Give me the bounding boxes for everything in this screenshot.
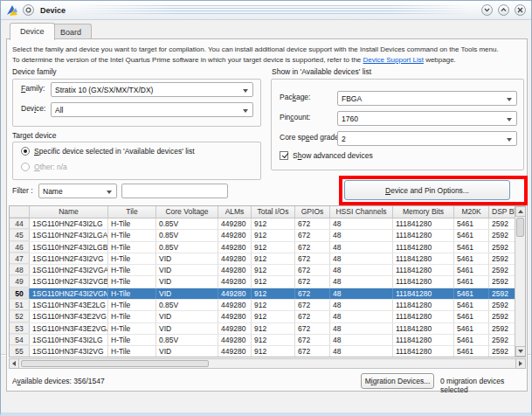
chevron-down-icon — [243, 89, 248, 93]
column-header[interactable]: Core Voltage — [156, 206, 218, 218]
arrow-right-icon — [519, 361, 522, 366]
filter-label: Filter : — [12, 186, 33, 195]
package-label: Package: — [280, 93, 310, 101]
table-row[interactable]: 541SG110HN3F43I2LGH-Tile0.85V44928091267… — [10, 335, 525, 346]
device-family-group-title: Device family — [12, 67, 57, 76]
scroll-left-button[interactable] — [9, 358, 19, 369]
table-row[interactable]: 471SG110HN2F43I2VGH-TileVID4492809126724… — [10, 253, 525, 265]
column-header[interactable]: Memory Bits — [393, 206, 454, 218]
column-header[interactable]: Total I/Os — [252, 206, 295, 218]
target-device-group-title: Target device — [12, 131, 57, 140]
chevron-down-icon — [507, 138, 512, 142]
specific-device-radio[interactable]: Specific device selected in 'Available d… — [21, 147, 195, 156]
table-row[interactable]: 511SG110HN3F43E2LGH-Tile0.85V44928091267… — [10, 300, 525, 311]
chevron-down-icon — [243, 109, 248, 113]
package-select[interactable]: FBGA — [337, 91, 517, 106]
table-row[interactable]: 461SG110HN2F43I2LGBKH-Tile0.85V449280912… — [10, 242, 525, 253]
device-dialog: Device Device Board — [0, 0, 532, 416]
status-row: Available devices: 356/1547 Migration De… — [12, 372, 524, 390]
window-title: Device — [40, 6, 66, 15]
close-icon — [517, 7, 523, 13]
table-row[interactable]: 441SG110HN2F43I2LGH-Tile0.85V44928091267… — [10, 218, 525, 230]
show-in-group-title: Show in 'Available devices' list — [272, 67, 371, 76]
dialog-description: Select the family and device you want to… — [12, 45, 524, 66]
column-header[interactable]: M20K — [454, 206, 489, 218]
column-header[interactable]: Tile — [108, 206, 156, 218]
device-support-list-link[interactable]: Device Support List — [363, 56, 424, 64]
scroll-up-button[interactable] — [515, 206, 526, 217]
other-label: Other: n/a — [34, 163, 67, 171]
pin-count-label: Pin count: — [280, 113, 310, 121]
tab-device[interactable]: Device — [10, 23, 55, 40]
show-advanced-label: Show advanced devices — [293, 151, 373, 160]
chevron-up-icon — [501, 8, 507, 12]
chevron-down-icon — [507, 118, 512, 121]
family-label: Family: — [21, 84, 45, 93]
device-and-pin-options-button[interactable]: Device and Pin Options... — [344, 180, 510, 200]
pin-count-select[interactable]: 1760 — [337, 111, 517, 126]
table-row[interactable]: 521SG110HN3F43E2VGH-TileVID4492809126724… — [10, 311, 525, 322]
device-label: Device: — [21, 104, 45, 113]
other-radio: Other: n/a — [21, 163, 67, 171]
close-button[interactable] — [515, 4, 526, 16]
scroll-down-button[interactable] — [515, 346, 526, 357]
chevron-down-icon — [107, 191, 112, 194]
table-row[interactable]: 451SG110HN2F43I2LGASH-Tile0.85V449280912… — [10, 230, 525, 241]
show-advanced-checkbox[interactable]: Show advanced devices — [280, 151, 373, 160]
migration-devices-button[interactable]: Migration Devices... — [361, 373, 434, 389]
core-speed-grade-label: Core speed grade: — [280, 133, 341, 142]
radio-disabled-icon — [21, 163, 30, 171]
arrow-up-icon — [518, 210, 523, 213]
table-row[interactable]: 501SG110HN2F43I2VGNLH-TileVID44928091267… — [10, 288, 525, 300]
maximize-button[interactable] — [498, 4, 509, 16]
radio-selected-icon — [21, 147, 30, 156]
window-menu-icon — [25, 7, 31, 13]
quartus-app-icon — [6, 4, 18, 17]
horizontal-scroll-thumb[interactable] — [21, 360, 209, 367]
chevron-down-icon — [507, 98, 512, 101]
table-row[interactable]: 491SG110HN2F43I2VGBKH-TileVID44928091267… — [10, 276, 525, 288]
filter-text-input[interactable] — [121, 184, 228, 198]
titlebar-grip — [79, 5, 468, 16]
device-table-body: 441SG110HN2F43I2LGH-Tile0.85V44928091267… — [10, 218, 525, 357]
arrow-left-icon — [12, 361, 16, 366]
filter-type-select[interactable]: Name — [38, 184, 117, 198]
column-header[interactable]: HSSI Channels — [330, 206, 393, 218]
table-row[interactable]: 551SG110HN3F43I2VGH-TileVID4492809126724… — [10, 346, 525, 357]
horizontal-scrollbar[interactable] — [9, 358, 526, 369]
family-select[interactable]: Stratix 10 (GX/SX/MX/TX/DX) — [51, 82, 253, 97]
core-speed-grade-select[interactable]: 2 — [337, 131, 517, 146]
tab-bar: Device Board — [1, 20, 531, 39]
device-select[interactable]: All — [51, 102, 253, 117]
chevron-down-icon — [484, 8, 490, 12]
available-devices-table: NameTileCore VoltageALMsTotal I/OsGPIOsH… — [9, 205, 526, 357]
titlebar[interactable]: Device — [1, 1, 531, 20]
minimize-button[interactable] — [481, 4, 493, 16]
column-header[interactable]: Name — [30, 206, 108, 218]
scroll-right-button[interactable] — [515, 358, 526, 369]
vertical-scrollbar[interactable] — [515, 206, 525, 357]
column-header[interactable]: ALMs — [218, 206, 252, 218]
table-row[interactable]: 531SG110HN3F43E2VGASH-TileVID44928091267… — [10, 323, 525, 335]
tab-panel: Select the family and device you want to… — [6, 38, 528, 392]
specific-device-label: Specific device selected in 'Available d… — [34, 147, 195, 156]
column-header[interactable]: DSP Bl — [489, 206, 516, 218]
checkbox-checked-icon — [280, 151, 288, 160]
column-header[interactable]: GPIOs — [295, 206, 330, 218]
table-row[interactable]: 481SG110HN2F43I2VGASH-TileVID44928091267… — [10, 265, 525, 276]
table-header: NameTileCore VoltageALMsTotal I/OsGPIOsH… — [10, 206, 525, 218]
migration-status-text: 0 migration devices selected — [440, 377, 524, 394]
available-devices-count: Available devices: 356/1547 — [12, 377, 105, 385]
arrow-down-icon — [518, 350, 523, 353]
window-menu-button[interactable] — [23, 4, 34, 16]
vertical-scroll-thumb[interactable] — [516, 218, 524, 237]
